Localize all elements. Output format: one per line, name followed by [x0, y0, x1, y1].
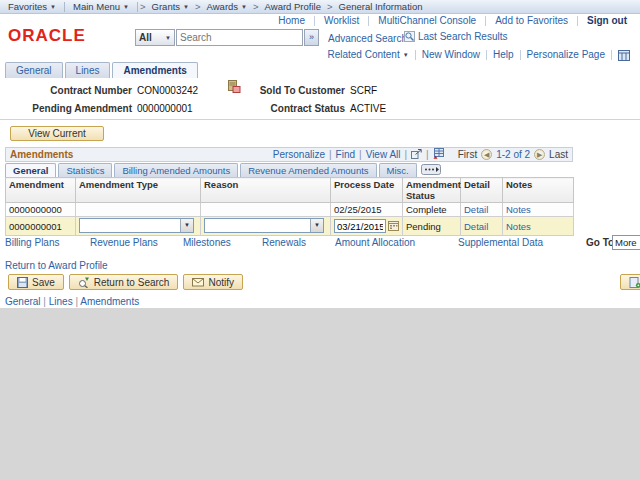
related-links: Billing Plans Revenue Plans Milestones R…	[0, 237, 640, 251]
chevron-down-icon: ▼	[183, 4, 189, 10]
chevron-down-icon: ▼	[310, 219, 323, 232]
reason-value	[205, 219, 310, 232]
related-content-link[interactable]: Related Content ▼	[321, 50, 415, 60]
sign-out-link[interactable]: Sign out	[578, 16, 636, 26]
return-to-search-icon	[78, 277, 90, 288]
advanced-search-link[interactable]: Advanced Search	[328, 33, 407, 44]
sold-to-customer-value: SCRF	[350, 85, 377, 96]
breadcrumb-separator: >	[325, 1, 335, 12]
pager-next-icon[interactable]: ▶	[534, 149, 545, 160]
breadcrumb-separator: >	[251, 1, 261, 12]
pager-range: 1-2 of 2	[496, 149, 530, 160]
chevron-down-icon: ▼	[165, 35, 171, 41]
tab-lines[interactable]: Lines	[65, 62, 111, 78]
detail-link[interactable]: Detail	[464, 204, 488, 215]
milestones-link[interactable]: Milestones	[183, 237, 231, 248]
pager-last-label: Last	[549, 149, 568, 160]
grid-tab-revenue-amended-amounts[interactable]: Revenue Amended Amounts	[240, 163, 376, 177]
breadcrumb-item-label: General Information	[339, 1, 423, 12]
detail-link[interactable]: Detail	[464, 221, 488, 232]
breadcrumb-item-grants[interactable]: Grants ▼	[148, 0, 193, 13]
footer-general-link[interactable]: General	[5, 296, 41, 307]
divider: |	[405, 149, 408, 160]
breadcrumb: Favorites ▼ Main Menu ▼ > Grants ▼ > Awa…	[0, 0, 640, 14]
last-search-results-link[interactable]: Last Search Results	[418, 31, 508, 42]
process-date-input[interactable]	[334, 219, 386, 233]
col-notes: Notes	[503, 178, 574, 203]
grid-tab-general[interactable]: General	[5, 163, 56, 177]
personalize-link[interactable]: Personalize	[273, 149, 325, 160]
col-amendment: Amendment	[6, 178, 76, 203]
personalize-layout-icon[interactable]	[612, 50, 636, 61]
search-go-button[interactable]: »	[304, 29, 319, 46]
notify-label: Notify	[208, 277, 234, 288]
breadcrumb-favorites[interactable]: Favorites ▼	[0, 0, 64, 13]
breadcrumb-item-label: Grants	[152, 1, 181, 12]
help-link[interactable]: Help	[487, 50, 521, 60]
tab-amendments[interactable]: Amendments	[112, 62, 197, 78]
zoom-grid-icon[interactable]	[411, 149, 422, 161]
return-to-search-label: Return to Search	[94, 277, 170, 288]
footer-lines-link[interactable]: Lines	[49, 296, 73, 307]
new-window-link[interactable]: New Window	[416, 50, 487, 60]
chevron-down-icon: ▼	[241, 4, 247, 10]
personalize-page-link[interactable]: Personalize Page	[521, 50, 612, 60]
notepad-icon[interactable]	[228, 80, 241, 95]
breadcrumb-item-general-information: General Information	[335, 0, 427, 13]
view-current-button[interactable]: View Current	[10, 126, 104, 141]
page-content: Favorites ▼ Main Menu ▼ > Grants ▼ > Awa…	[0, 0, 640, 308]
notify-icon	[192, 277, 204, 287]
goto-select[interactable]: More	[612, 235, 640, 250]
return-to-award-profile-link[interactable]: Return to Award Profile	[5, 260, 108, 271]
amount-allocation-link[interactable]: Amount Allocation	[335, 237, 415, 248]
supplemental-data-link[interactable]: Supplemental Data	[458, 237, 543, 248]
pager-prev-icon[interactable]: ◀	[481, 149, 492, 160]
add-to-favorites-link[interactable]: Add to Favorites	[486, 16, 578, 26]
calendar-icon[interactable]	[388, 220, 399, 233]
search-scope-value: All	[139, 32, 152, 43]
grid-toolbar: Personalize | Find | View All | | First …	[273, 148, 568, 161]
footer-amendments-link[interactable]: Amendments	[80, 296, 139, 307]
pending-amendment-value: 0000000001	[137, 103, 193, 114]
breadcrumb-main-menu[interactable]: Main Menu ▼	[65, 0, 137, 13]
home-link[interactable]: Home	[269, 16, 315, 26]
grid-tab-misc[interactable]: Misc.	[379, 163, 417, 177]
breadcrumb-item-awards[interactable]: Awards ▼	[203, 0, 251, 13]
contract-status-value: ACTIVE	[350, 103, 386, 114]
amendment-cell: 0000000000	[6, 203, 76, 217]
search-input[interactable]	[176, 29, 303, 46]
contract-number-value: CON0003242	[137, 85, 198, 96]
reason-select[interactable]: ▼	[204, 218, 324, 233]
find-link[interactable]: Find	[336, 149, 355, 160]
view-all-link[interactable]: View All	[366, 149, 401, 160]
revenue-plans-link[interactable]: Revenue Plans	[90, 237, 158, 248]
billing-plans-link[interactable]: Billing Plans	[5, 237, 59, 248]
grid-tabs: General Statistics Billing Amended Amoun…	[5, 162, 441, 177]
page-action-links: Related Content ▼ New Window Help Person…	[0, 49, 636, 61]
show-all-columns-icon[interactable]	[421, 164, 441, 177]
save-button[interactable]: Save	[8, 274, 64, 290]
download-grid-icon[interactable]	[433, 148, 444, 161]
grid-tab-statistics[interactable]: Statistics	[58, 163, 112, 177]
reason-cell: ▼	[201, 217, 331, 236]
grid-tab-billing-amended-amounts[interactable]: Billing Amended Amounts	[114, 163, 238, 177]
col-process-date: Process Date	[331, 178, 403, 203]
renewals-link[interactable]: Renewals	[262, 237, 306, 248]
breadcrumb-item-award-profile[interactable]: Award Profile	[261, 0, 325, 13]
return-to-search-button[interactable]: Return to Search	[69, 274, 179, 290]
multichannel-console-link[interactable]: MultiChannel Console	[369, 16, 486, 26]
breadcrumb-favorites-label: Favorites	[8, 1, 47, 12]
worklist-link[interactable]: Worklist	[315, 16, 369, 26]
amendment-type-select[interactable]: ▼	[79, 218, 194, 233]
table-row-selected: 0000000001 ▼ ▼	[6, 217, 574, 236]
notes-link[interactable]: Notes	[506, 221, 531, 232]
tab-general[interactable]: General	[5, 62, 63, 78]
sold-to-customer-label: Sold To Customer	[245, 85, 345, 96]
search-scope-select[interactable]: All ▼	[135, 29, 175, 46]
amendment-type-cell: ▼	[76, 217, 201, 236]
notes-link[interactable]: Notes	[506, 204, 531, 215]
grid-header-bar: Amendments Personalize | Find | View All…	[5, 147, 573, 162]
oracle-logo: ORACLE	[8, 26, 86, 46]
add-button[interactable]: Add	[620, 274, 640, 290]
notify-button[interactable]: Notify	[183, 274, 243, 290]
